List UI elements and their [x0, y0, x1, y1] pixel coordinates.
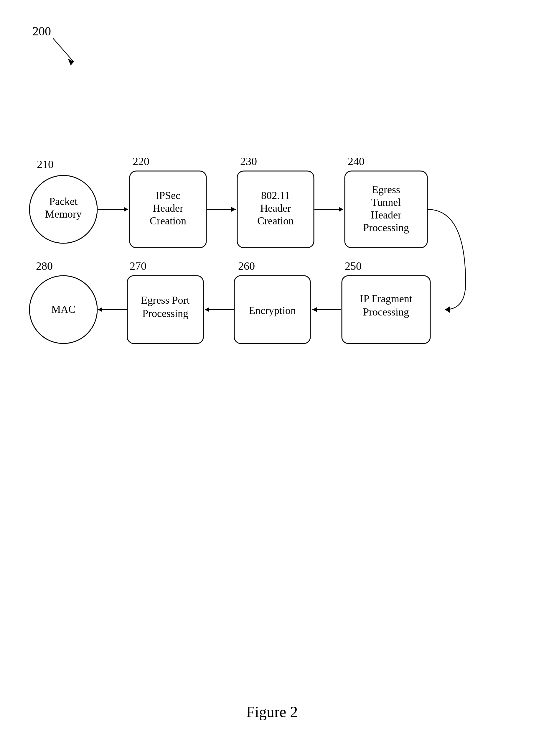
arrow-6-head: [205, 307, 209, 312]
arrow-3-head: [339, 207, 343, 212]
arrow-4-head: [445, 306, 450, 313]
arrow-4-curve: [427, 209, 466, 310]
ipsec-line3: Creation: [150, 215, 186, 227]
ip-fragment-line2: Processing: [363, 306, 409, 318]
svg-line-0: [53, 38, 74, 62]
arrow-7-head: [98, 307, 102, 312]
egress-tunnel-line4: Processing: [363, 222, 409, 234]
ref-250: 250: [345, 260, 361, 272]
ref-240: 240: [348, 155, 364, 167]
egress-tunnel-line3: Header: [371, 209, 401, 221]
packet-memory-line2: Memory: [45, 208, 82, 220]
packet-memory-line1: Packet: [49, 195, 78, 207]
diagram-svg: Packet Memory 210 IPSec Header Creation …: [18, 142, 536, 413]
figure-label: Figure 2: [247, 703, 298, 721]
wifi-line2: Header: [260, 202, 291, 214]
svg-marker-1: [68, 58, 74, 65]
ref-280: 280: [36, 260, 53, 272]
page: 200 Packet Memory 210 IPSec Header Creat…: [0, 0, 544, 756]
ref-200-arrow: 200: [29, 24, 88, 71]
ref-270: 270: [130, 260, 147, 272]
arrow-2-head: [231, 207, 236, 212]
egress-port-line1: Egress Port: [141, 294, 190, 306]
ip-fragment-line1: IP Fragment: [360, 293, 412, 305]
ref-230: 230: [240, 155, 257, 167]
ipsec-line1: IPSec: [156, 190, 180, 201]
arrow-1-head: [124, 207, 128, 212]
ipsec-line2: Header: [153, 202, 183, 214]
ref-260: 260: [238, 260, 255, 272]
mac-label: MAC: [51, 303, 75, 315]
ref-220: 220: [133, 155, 149, 167]
arrow-5-head: [312, 307, 317, 312]
ref-210: 210: [37, 158, 54, 170]
wifi-line1: 802.11: [261, 190, 290, 201]
ref-200-label: 200: [32, 24, 51, 38]
wifi-line3: Creation: [257, 215, 294, 227]
encryption-label: Encryption: [249, 305, 296, 316]
egress-tunnel-line2: Tunnel: [371, 196, 401, 208]
egress-tunnel-line1: Egress: [372, 184, 400, 195]
egress-port-line2: Processing: [142, 308, 188, 319]
